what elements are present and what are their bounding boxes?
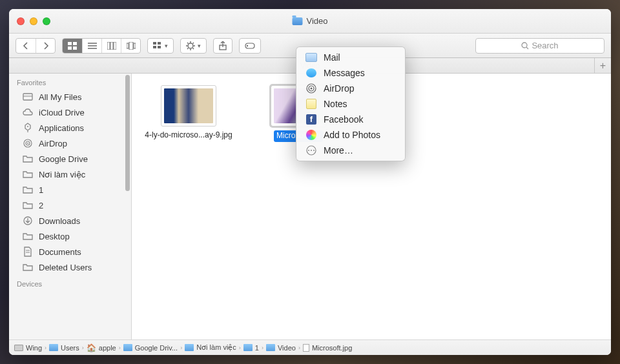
minimize-button[interactable] xyxy=(30,17,37,25)
share-menu-item-mail[interactable]: Mail xyxy=(296,50,405,65)
arrange-button[interactable]: ▾ xyxy=(147,38,174,54)
sidebar-item[interactable]: Applications xyxy=(9,120,131,136)
share-menu-item-notes[interactable]: Notes xyxy=(296,96,405,112)
folder-icon xyxy=(292,17,302,25)
svg-rect-7 xyxy=(107,42,110,50)
svg-rect-1 xyxy=(73,42,77,45)
forward-button[interactable] xyxy=(36,39,55,53)
file-item[interactable]: 4-ly-do-microso...ay-9.jpg xyxy=(143,85,234,141)
breadcrumb-label: Microsoft.jpg xyxy=(312,344,352,352)
svg-point-35 xyxy=(308,150,309,151)
apps-icon xyxy=(22,123,34,133)
sidebar-header: Devices xyxy=(9,275,131,290)
icon-view-button[interactable] xyxy=(63,39,82,53)
list-view-button[interactable] xyxy=(82,39,101,53)
sidebar-item[interactable]: 1 xyxy=(9,182,131,197)
back-button[interactable] xyxy=(16,39,36,53)
path-separator: › xyxy=(262,345,264,351)
sidebar-item-label: Google Drive xyxy=(39,154,88,164)
coverflow-view-button[interactable] xyxy=(121,39,140,53)
share-menu-item-messages[interactable]: Messages xyxy=(296,65,405,81)
facebook-icon: f xyxy=(305,114,317,125)
sidebar-item[interactable]: Deleted Users xyxy=(9,259,131,275)
thumbnail xyxy=(161,85,216,126)
sidebar-item-label: Desktop xyxy=(39,232,70,241)
folder-icon xyxy=(22,154,34,164)
svg-point-37 xyxy=(313,150,315,151)
folder-icon xyxy=(22,185,34,195)
sidebar-scrollbar[interactable] xyxy=(125,75,130,191)
svg-rect-12 xyxy=(134,43,136,48)
airdrop-icon xyxy=(22,138,34,148)
sidebar-item[interactable]: Google Drive xyxy=(9,151,131,167)
sidebar-item[interactable]: Desktop xyxy=(9,228,131,244)
sidebar-item[interactable]: AirDrop xyxy=(9,136,131,151)
path-separator: › xyxy=(239,345,241,351)
tags-button[interactable] xyxy=(239,38,261,54)
column-view-button[interactable] xyxy=(101,39,121,53)
breadcrumb-item[interactable]: Users xyxy=(49,344,79,352)
search-placeholder: Search xyxy=(532,41,558,50)
path-separator: › xyxy=(82,345,84,351)
sidebar-item[interactable]: Downloads xyxy=(9,213,131,228)
menu-item-label: Messages xyxy=(324,68,365,78)
menu-item-label: Add to Photos xyxy=(324,130,380,140)
close-button[interactable] xyxy=(17,17,25,25)
more-icon xyxy=(305,145,317,156)
svg-rect-0 xyxy=(68,42,72,45)
search-field[interactable]: Search xyxy=(475,38,604,54)
sidebar-item[interactable]: All My Files xyxy=(9,89,131,105)
breadcrumb-label: Users xyxy=(61,344,79,352)
svg-rect-14 xyxy=(158,42,161,45)
sidebar-item-label: Downloads xyxy=(39,216,80,226)
sidebar-item-label: Deleted Users xyxy=(39,263,92,272)
airdrop-icon xyxy=(305,83,317,94)
sidebar-item-label: 2 xyxy=(39,201,43,210)
messages-icon xyxy=(305,67,317,79)
svg-point-17 xyxy=(188,43,193,48)
breadcrumb-label: 1 xyxy=(255,344,259,352)
folder-icon xyxy=(22,200,34,210)
share-menu-item-airdrop[interactable]: AirDrop xyxy=(296,81,405,96)
sidebar-item[interactable]: Nơi làm việc xyxy=(9,167,131,182)
breadcrumb-label: Wing xyxy=(26,344,42,352)
sidebar-item[interactable]: 2 xyxy=(9,197,131,213)
zoom-button[interactable] xyxy=(43,17,50,25)
svg-rect-16 xyxy=(158,46,161,48)
new-tab-button[interactable]: + xyxy=(594,58,611,73)
path-bar: Wing›Users›🏠apple›Google Driv...›Nơi làm… xyxy=(9,339,611,355)
breadcrumb-label: Google Driv... xyxy=(135,344,178,352)
breadcrumb-item[interactable]: Nơi làm việc xyxy=(185,343,236,352)
breadcrumb-item[interactable]: Google Driv... xyxy=(123,344,178,352)
svg-rect-8 xyxy=(110,42,113,50)
title-text: Video xyxy=(306,16,327,26)
breadcrumb-item[interactable]: 1 xyxy=(243,344,259,352)
menu-item-label: Facebook xyxy=(324,114,363,125)
breadcrumb-label: Video xyxy=(278,344,296,352)
breadcrumb-item[interactable]: Video xyxy=(266,344,296,352)
sidebar-item-label: 1 xyxy=(39,185,43,195)
breadcrumb-item[interactable]: 🏠apple xyxy=(87,343,116,352)
sidebar-item-label: iCloud Drive xyxy=(39,108,85,117)
svg-rect-11 xyxy=(129,42,133,50)
action-button[interactable]: ▾ xyxy=(180,38,207,54)
svg-rect-3 xyxy=(73,46,77,50)
share-button[interactable] xyxy=(213,38,232,54)
folder-icon xyxy=(22,231,34,241)
menu-item-label: AirDrop xyxy=(324,83,354,94)
share-menu-item-photos[interactable]: Add to Photos xyxy=(296,127,405,143)
svg-rect-2 xyxy=(68,46,72,50)
breadcrumb-item[interactable]: Microsoft.jpg xyxy=(303,344,352,352)
sidebar-item-label: Applications xyxy=(39,123,84,133)
share-menu: MailMessagesAirDropNotesfFacebookAdd to … xyxy=(296,46,406,161)
share-menu-item-facebook[interactable]: fFacebook xyxy=(296,112,405,127)
sidebar-item[interactable]: Documents xyxy=(9,244,131,259)
notes-icon xyxy=(305,98,317,110)
cloud-icon xyxy=(22,107,34,117)
nav-buttons xyxy=(16,38,56,54)
share-menu-item-more[interactable]: More… xyxy=(296,143,405,158)
breadcrumb-item[interactable]: Wing xyxy=(14,344,42,352)
sidebar-item[interactable]: iCloud Drive xyxy=(9,105,131,120)
sidebar-item-label: AirDrop xyxy=(39,139,67,148)
path-separator: › xyxy=(298,345,300,351)
